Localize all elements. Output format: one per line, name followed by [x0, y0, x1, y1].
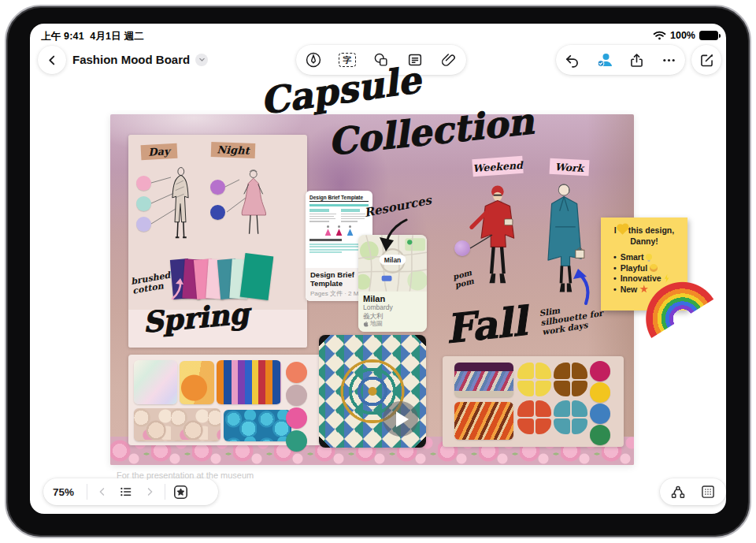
watercolor-photo[interactable]: [134, 360, 177, 404]
pink-arrow-icon: [169, 278, 185, 300]
dotted-square-icon: [700, 484, 716, 500]
boards-list-button[interactable]: [114, 480, 138, 504]
battery-icon: [699, 31, 718, 40]
pom-connector-line: [469, 232, 494, 250]
freeform-app-screen: 上午 9:41 4月1日 週二 100% Fashion Mood Board: [30, 24, 726, 514]
divider: [165, 484, 165, 500]
pom-color-dot[interactable]: [454, 240, 470, 256]
fall-color-dots: [590, 361, 610, 446]
markup-pen-icon: [305, 51, 322, 69]
colorful-sticks-photo[interactable]: [217, 360, 281, 404]
heading-capsule-handwriting[interactable]: Capsule: [258, 61, 423, 120]
undo-button[interactable]: [559, 46, 586, 73]
map-pin-label: Milan: [384, 256, 401, 264]
doc-columns: [309, 209, 369, 223]
abstract-shapes-photo[interactable]: [180, 361, 214, 404]
actions-toolbar: [556, 45, 685, 75]
doc-heading: Design Brief Template: [309, 195, 369, 202]
title-menu-button[interactable]: [195, 54, 208, 66]
map-place-name: Milan: [363, 294, 422, 303]
sticky-item: Smart: [613, 252, 683, 262]
share-icon: [628, 52, 645, 69]
share-button[interactable]: [624, 46, 650, 73]
night-color-dots: [210, 180, 225, 230]
play-button[interactable]: [383, 401, 418, 437]
status-time: 上午 9:41: [41, 31, 84, 42]
resources-handwriting[interactable]: Resources: [363, 193, 432, 220]
battery-percent: 100%: [670, 30, 695, 41]
spring-mood-card[interactable]: Day Night: [128, 135, 307, 348]
guides-bar: [660, 478, 726, 505]
fabric-swatches: [172, 255, 271, 299]
yellow-heart-emoji: [617, 225, 628, 235]
more-button[interactable]: [656, 46, 683, 73]
fall-patterns-card[interactable]: [443, 356, 624, 447]
board-title-row[interactable]: Fashion Mood Board: [72, 53, 208, 66]
night-outfit-sketch: [232, 162, 273, 248]
spring-color-dots: [286, 362, 307, 453]
burst-emoji: [639, 285, 648, 293]
star-square-icon: [172, 484, 189, 500]
clover-shape-red[interactable]: [517, 400, 551, 434]
screenshot: 上午 9:41 4月1日 週二 100% Fashion Mood Board: [0, 0, 756, 543]
favorites-button[interactable]: [169, 480, 192, 504]
wifi-icon: [653, 31, 666, 40]
roses-photo[interactable]: [134, 408, 220, 441]
spring-handwriting: Spring: [142, 299, 250, 337]
text-tool-icon: 字: [339, 53, 356, 67]
markup-tool-button[interactable]: [300, 46, 327, 73]
new-board-button[interactable]: [691, 45, 721, 75]
node-graph-icon: [670, 484, 686, 500]
map-provider: 地圖: [370, 320, 383, 328]
clover-shape-teal[interactable]: [554, 400, 587, 434]
board-title[interactable]: Fashion Mood Board: [72, 53, 190, 66]
grid-snap-button[interactable]: [696, 480, 720, 504]
canvas-backdrop[interactable]: Day Night: [110, 114, 634, 465]
turquoise-stones-photo[interactable]: [224, 410, 291, 441]
day-color-dots: [136, 176, 151, 237]
clover-shape-brown[interactable]: [554, 363, 587, 396]
fall-handwriting[interactable]: Fall: [444, 302, 529, 350]
back-button[interactable]: [38, 46, 66, 74]
grinning-face-emoji: [650, 264, 658, 272]
paperclip-icon: [440, 51, 458, 69]
status-time-date: 上午 9:41 4月1日 週二: [41, 30, 144, 43]
doc-highlight-bar: [309, 204, 369, 206]
weekend-label[interactable]: Weekend: [472, 156, 523, 177]
work-label[interactable]: Work: [550, 158, 590, 177]
alignment-guides-button[interactable]: [666, 480, 690, 504]
blue-arrow-icon[interactable]: [570, 268, 591, 306]
status-indicators: 100%: [653, 30, 718, 41]
list-icon: [119, 485, 133, 499]
orange-weave-photo[interactable]: [454, 402, 513, 440]
map-region: Lombardy: [363, 303, 422, 312]
clover-shape-yellow[interactable]: [517, 363, 551, 396]
chevron-left-icon: [97, 486, 108, 497]
chevron-down-icon: [198, 56, 206, 63]
doc-subheading-bar: [309, 239, 342, 241]
zoom-level-button[interactable]: 75%: [43, 486, 83, 498]
navigation-bar: 75%: [43, 478, 218, 505]
undo-icon: [564, 52, 580, 69]
canvas-caption[interactable]: For the presentation at the museum: [117, 470, 254, 480]
media-tool-button[interactable]: [435, 46, 462, 73]
doc-fashion-figures: [309, 225, 369, 236]
divider: [87, 484, 87, 500]
map-footer: Milan Lombardy 義大利 地圖: [358, 292, 427, 332]
nav-back-button[interactable]: [91, 480, 114, 504]
light-bulb-emoji: [646, 254, 652, 260]
ipad-frame: 上午 9:41 4月1日 週二 100% Fashion Mood Board: [5, 5, 751, 538]
sticky-title: Ithis design, Danny!: [606, 225, 683, 247]
collaboration-button[interactable]: [591, 46, 618, 73]
collaboration-icon: [595, 50, 614, 69]
zigzag-knit-photo[interactable]: [454, 363, 513, 397]
mosaic-video-tile[interactable]: [319, 335, 426, 448]
apple-logo-icon: [363, 321, 369, 327]
nav-forward-button[interactable]: [138, 480, 161, 504]
compose-icon: [699, 52, 715, 69]
day-label: Day: [141, 143, 178, 160]
black-arrow-icon: [376, 217, 410, 253]
chevron-right-icon: [144, 486, 155, 497]
spring-photos-card[interactable]: [128, 355, 323, 445]
status-date: 4月1日 週二: [90, 31, 144, 42]
